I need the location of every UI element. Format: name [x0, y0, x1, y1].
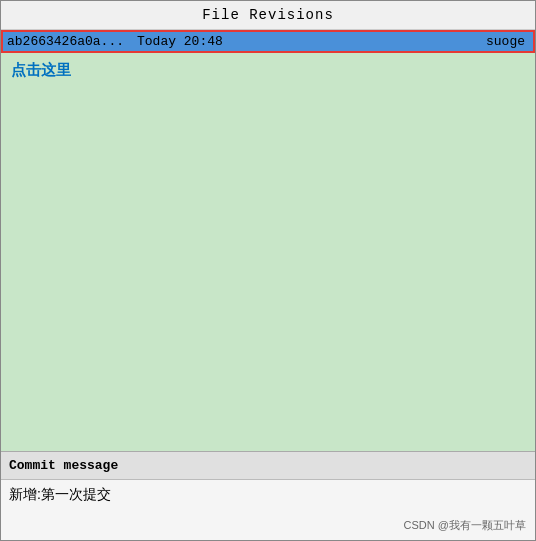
- revisions-list[interactable]: ab2663426a0a... Today 20:48 suoge 点击这里: [1, 30, 535, 451]
- window-title: File Revisions: [202, 7, 334, 23]
- revision-hash: ab2663426a0a...: [7, 34, 137, 49]
- revision-date: Today 20:48: [137, 34, 486, 49]
- revision-row[interactable]: ab2663426a0a... Today 20:48 suoge: [1, 30, 535, 53]
- title-bar: File Revisions: [1, 1, 535, 30]
- file-revisions-window: File Revisions ab2663426a0a... Today 20:…: [0, 0, 536, 541]
- commit-message-header: Commit message: [1, 452, 535, 480]
- watermark: CSDN @我有一颗五叶草: [404, 518, 526, 533]
- revision-author: suoge: [486, 34, 529, 49]
- click-hint-label: 点击这里: [1, 53, 535, 88]
